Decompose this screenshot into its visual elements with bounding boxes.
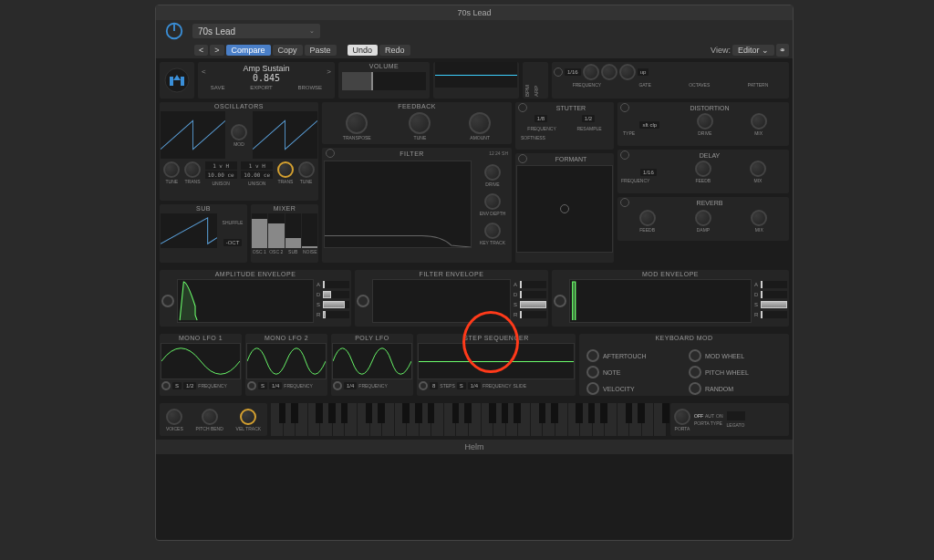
porta-on[interactable]: ON xyxy=(716,413,723,419)
filter-env-knob[interactable] xyxy=(484,193,501,210)
lfo2-display[interactable] xyxy=(246,343,327,379)
paste-button[interactable]: Paste xyxy=(305,45,337,56)
osc1-waveform[interactable] xyxy=(161,111,225,159)
dist-mix-knob[interactable] xyxy=(751,113,767,130)
export-button[interactable]: EXPORT xyxy=(250,85,273,90)
lfo3-display[interactable] xyxy=(332,343,412,379)
random-mod[interactable] xyxy=(689,382,701,395)
lfo2-mod-source[interactable] xyxy=(247,381,256,390)
amp-env-display[interactable] xyxy=(177,279,314,323)
mod-env-display[interactable] xyxy=(569,279,752,323)
sub-oct[interactable]: -OCT xyxy=(223,239,243,246)
delay-power[interactable] xyxy=(620,150,629,160)
legato-toggle[interactable] xyxy=(727,411,745,420)
porta-off[interactable]: OFF xyxy=(694,413,703,419)
filter-power[interactable] xyxy=(326,149,335,158)
mod-decay-slider[interactable] xyxy=(761,291,763,298)
mixer-sub[interactable] xyxy=(285,238,301,248)
arp-pattern[interactable]: up xyxy=(638,68,649,76)
voices-knob[interactable] xyxy=(166,409,182,425)
link-icon[interactable]: ⚭ xyxy=(776,44,789,57)
osc2-waveform[interactable] xyxy=(253,111,317,159)
save-button[interactable]: SAVE xyxy=(211,85,225,90)
view-mode-dropdown[interactable]: Editor ⌄ xyxy=(732,45,774,56)
osc2-trans-knob[interactable] xyxy=(277,161,294,178)
porta-knob[interactable] xyxy=(674,409,690,425)
rev-damp-knob[interactable] xyxy=(695,210,711,226)
stutter-power[interactable] xyxy=(518,103,527,112)
amp-decay-slider[interactable] xyxy=(323,291,331,298)
dist-power[interactable] xyxy=(620,103,629,112)
mod-attack-slider[interactable] xyxy=(761,281,763,288)
prev-preset-button[interactable]: < xyxy=(194,45,208,56)
filt-attack-slider[interactable] xyxy=(520,281,522,288)
velocity-mod[interactable] xyxy=(586,382,599,395)
osc1-tune-knob[interactable] xyxy=(163,161,180,178)
formant-power[interactable] xyxy=(518,154,527,163)
preset-prev[interactable]: < xyxy=(202,67,206,76)
lfo3-mod-source[interactable] xyxy=(333,381,342,390)
pitch-bend-knob[interactable] xyxy=(202,409,218,425)
preset-dropdown[interactable]: 70s Lead ⌄ xyxy=(192,24,320,38)
mod-sustain-slider[interactable] xyxy=(761,301,787,308)
amp-env-mod-source[interactable] xyxy=(161,295,174,307)
mod-env-mod-source[interactable] xyxy=(554,295,566,307)
amp-release-slider[interactable] xyxy=(323,311,326,318)
osc-mod-knob[interactable] xyxy=(231,124,247,140)
mixer-osc1[interactable] xyxy=(252,219,267,248)
arp-gate-knob[interactable] xyxy=(601,64,617,80)
filter-response[interactable] xyxy=(324,161,472,248)
note-mod[interactable] xyxy=(586,366,599,379)
filter-drive-knob[interactable] xyxy=(484,164,501,181)
lfo1-mod-source[interactable] xyxy=(161,381,171,390)
volume-slider[interactable] xyxy=(342,72,426,90)
seq-mod-source[interactable] xyxy=(419,381,428,390)
amp-sustain-slider[interactable] xyxy=(323,301,345,308)
preset-next[interactable]: > xyxy=(327,67,331,76)
copy-button[interactable]: Copy xyxy=(273,45,303,56)
virtual-keyboard[interactable]: C2 C3 C4 C5 xyxy=(271,403,667,436)
delay-mix-knob[interactable] xyxy=(750,161,766,177)
delay-feedb-knob[interactable] xyxy=(695,161,711,177)
arp-oct-knob[interactable] xyxy=(619,64,636,80)
mod-release-slider[interactable] xyxy=(761,311,763,318)
reverb-power[interactable] xyxy=(620,198,629,207)
dist-drive-knob[interactable] xyxy=(697,113,713,130)
filter-env-display[interactable] xyxy=(372,279,511,323)
sub-shuffle[interactable]: SHUFFLE xyxy=(223,220,244,225)
osc1-trans-knob[interactable] xyxy=(184,161,201,178)
undo-button[interactable]: Undo xyxy=(348,45,379,56)
fb-transpose-knob[interactable] xyxy=(346,112,368,134)
filt-sustain-slider[interactable] xyxy=(520,301,546,308)
arp-freq-knob[interactable] xyxy=(583,64,599,80)
fb-tune-knob[interactable] xyxy=(409,112,431,134)
arp-power[interactable] xyxy=(554,67,563,77)
formant-xy[interactable] xyxy=(516,165,613,253)
pitchwheel-mod[interactable] xyxy=(689,366,701,379)
porta-auto[interactable]: AUT xyxy=(705,413,714,419)
osc2-tune-knob[interactable] xyxy=(298,161,315,178)
filter-slope[interactable]: 12 24 SH xyxy=(489,150,508,156)
redo-button[interactable]: Redo xyxy=(379,45,410,56)
rev-mix-knob[interactable] xyxy=(751,210,767,226)
fb-amount-knob[interactable] xyxy=(469,112,491,134)
plugin-power-button[interactable] xyxy=(160,16,189,46)
next-preset-button[interactable]: > xyxy=(210,45,223,56)
mixer-noise[interactable] xyxy=(302,246,317,248)
browse-button[interactable]: BROWSE xyxy=(297,85,322,90)
seq-display[interactable] xyxy=(418,343,575,379)
filter-key-knob[interactable] xyxy=(484,223,501,239)
aftertouch-mod[interactable] xyxy=(586,349,599,362)
rev-feedb-knob[interactable] xyxy=(639,210,656,226)
compare-button[interactable]: Compare xyxy=(226,45,271,56)
filt-decay-slider[interactable] xyxy=(520,291,522,298)
lfo1-display[interactable] xyxy=(161,343,241,379)
sub-waveform[interactable] xyxy=(161,213,217,248)
arp-rate[interactable]: 1/16 xyxy=(565,68,581,76)
filter-env-mod-source[interactable] xyxy=(357,295,369,307)
mixer-osc2[interactable] xyxy=(268,223,284,248)
amp-attack-slider[interactable] xyxy=(323,281,325,288)
filt-release-slider[interactable] xyxy=(520,311,522,318)
vel-track-knob[interactable] xyxy=(240,409,256,425)
modwheel-mod[interactable] xyxy=(689,349,701,362)
